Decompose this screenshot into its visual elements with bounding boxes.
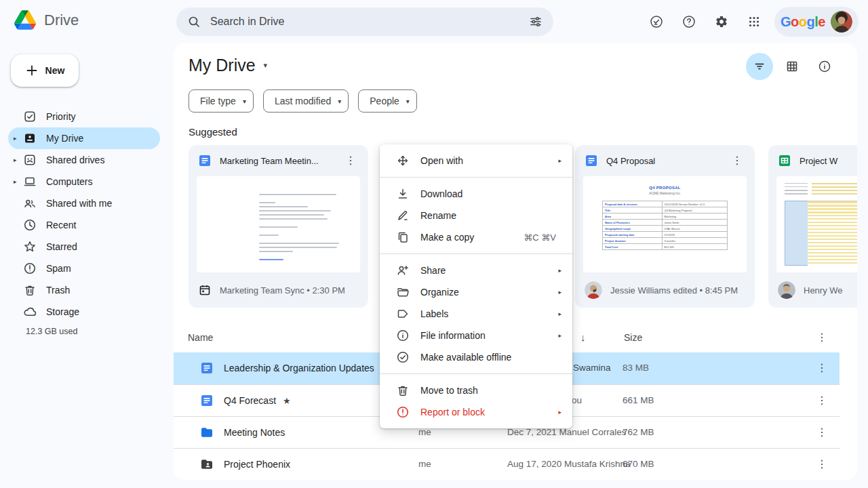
search-bar[interactable] [176,7,553,36]
doc-file-icon [198,154,212,167]
apps-grid-button[interactable] [741,8,768,35]
grid-view-button[interactable] [778,53,806,80]
row-more-button[interactable]: ⋮ [814,426,830,439]
settings-button[interactable] [708,8,735,35]
card-footer-text: Jessie Williams edited • 8:45 PM [610,285,738,296]
suggested-card-project-sheet[interactable]: Project W ⋮ Henry We [768,145,857,308]
suggested-card-q4-proposal[interactable]: Q4 Proposal ⋮ Q4 PROPOSAL ACME Marketing… [575,145,755,308]
card-title: Project W [800,156,857,166]
open-with-icon [396,154,410,167]
sidebar-item-starred[interactable]: Starred [8,236,160,258]
sidebar-item-label: Shared with me [46,198,112,209]
sidebar-item-label: Starred [46,241,77,252]
sidebar-item-shared-with-me[interactable]: Shared with me [8,192,160,214]
chip-people[interactable]: People ▾ [358,89,417,113]
file-name: Leadership & Organization Updates [224,363,374,373]
calendar-icon [198,283,212,297]
card-more-button[interactable]: ⋮ [342,154,359,167]
card-title: Marketing Team Meetin... [220,156,334,166]
trash-icon [396,384,410,397]
menu-item-labels[interactable]: Labels ▸ [380,303,572,325]
menu-item-make-a-copy[interactable]: Make a copy ⌘C ⌘V [380,226,572,248]
sidebar-item-priority[interactable]: Priority [8,106,160,127]
menu-item-organize[interactable]: Organize ▸ [380,281,572,303]
menu-item-file-information[interactable]: File information ▸ [380,325,572,346]
column-size[interactable]: Size [624,332,642,343]
menu-item-move-to-trash[interactable]: Move to trash [380,380,572,401]
row-more-button[interactable]: ⋮ [814,458,830,471]
labels-icon [396,307,410,321]
file-name: Q4 Forecast [224,395,276,406]
file-owner: me [418,427,431,437]
expand-arrow-icon[interactable]: ▸ [14,157,23,163]
shared-with-me-icon [23,197,37,210]
sidebar-item-my-drive[interactable]: ▸ My Drive [8,127,160,149]
menu-item-make-available-offline[interactable]: Make available offline [380,346,572,368]
sidebar-item-label: Recent [46,220,76,230]
menu-item-open-with[interactable]: Open with ▸ [380,150,572,171]
sidebar-item-label: Priority [46,111,76,122]
new-button[interactable]: New [11,54,79,87]
menu-item-share[interactable]: Share ▸ [380,260,572,281]
sidebar-item-trash[interactable]: Trash [8,279,160,301]
search-input[interactable] [209,15,521,28]
collaborator-avatar [585,281,602,299]
brand-title: Drive [44,12,79,29]
sidebar-item-storage[interactable]: Storage [8,301,160,323]
sidebar-item-spam[interactable]: Spam [8,258,160,279]
user-avatar[interactable] [831,11,852,33]
file-row-project-phoenix[interactable]: Project Phoenix me Aug 17, 2020 Mustafa … [174,448,840,480]
expand-arrow-icon[interactable]: ▸ [14,178,23,185]
drive-brand: Drive [14,10,79,30]
submenu-arrow-icon: ▸ [558,310,561,317]
submenu-arrow-icon: ▸ [558,332,561,339]
sidebar-nav: Priority ▸ My Drive ▸ Shared drives ▸ Co… [0,106,174,323]
folder-icon [200,426,214,439]
trash-icon [23,283,37,297]
card-more-button[interactable]: ⋮ [729,154,745,167]
sidebar-item-label: Storage [46,306,79,317]
page-title[interactable]: My Drive ▾ [189,56,267,75]
sidebar-item-label: My Drive [46,133,83,144]
sidebar-item-shared-drives[interactable]: ▸ Shared drives [8,149,160,171]
menu-item-rename[interactable]: Rename [380,205,572,226]
file-size: 661 MB [623,395,654,405]
expand-arrow-icon[interactable]: ▸ [14,135,23,142]
title-dropdown-icon[interactable]: ▾ [264,61,268,70]
file-name: Meeting Notes [224,427,285,438]
shared-drives-icon [23,153,37,167]
starred-icon: ★ [283,396,291,406]
sidebar-item-computers[interactable]: ▸ Computers [8,171,160,192]
file-name: Project Phoenix [224,459,290,470]
suggested-card-marketing-doc[interactable]: Marketing Team Meetin... ⋮ Marketing Tea… [189,145,368,308]
shortcut-label: ⌘C ⌘V [524,232,556,243]
row-more-button[interactable]: ⋮ [814,394,830,407]
chip-last-modified[interactable]: Last modified ▾ [263,89,349,113]
search-options-icon[interactable] [529,15,542,28]
suggested-heading: Suggested [189,126,237,138]
search-icon[interactable] [187,15,201,28]
sidebar-item-label: Computers [46,176,92,187]
account-pill[interactable]: Google [774,7,859,37]
list-options-button[interactable]: ⋮ [814,331,830,344]
menu-item-report-or-block[interactable]: Report or block ▸ [380,401,572,423]
column-name[interactable]: Name [188,332,213,343]
details-button[interactable] [811,53,838,80]
filter-toggle-button[interactable] [746,53,773,80]
cloud-icon [23,305,37,319]
sidebar-item-recent[interactable]: Recent [8,214,160,236]
menu-item-download[interactable]: Download [380,183,572,205]
help-button[interactable] [675,8,703,35]
submenu-arrow-icon: ▸ [558,267,561,274]
star-icon [23,240,37,253]
doc-thumbnail [197,176,360,272]
sync-status-button[interactable] [643,8,670,35]
organize-icon [396,285,410,299]
doc-thumbnail: Q4 PROPOSAL ACME Marketing Inc. Proposal… [583,176,747,272]
sort-descending-icon[interactable]: ↓ [580,331,586,343]
row-more-button[interactable]: ⋮ [814,361,830,375]
chevron-down-icon: ▾ [406,98,410,105]
chip-file-type[interactable]: File type ▾ [189,89,254,113]
copy-icon [396,230,410,244]
modified-by-text: Dec 7, 2021 Manuel Corrales [507,427,627,437]
